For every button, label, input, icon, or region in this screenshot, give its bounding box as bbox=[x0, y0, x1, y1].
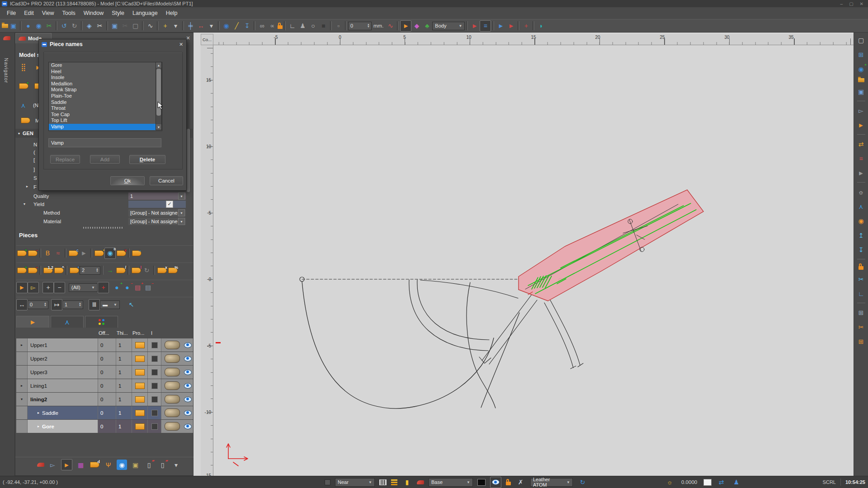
grid-icon[interactable]: ⊞ bbox=[856, 307, 866, 318]
point-remove-icon[interactable]: ●− bbox=[122, 282, 132, 293]
piece-outline-icon[interactable]: ▻ bbox=[856, 105, 866, 116]
menu-tools[interactable]: Tools bbox=[58, 9, 80, 18]
thickness-cell[interactable]: 1 bbox=[116, 352, 132, 365]
paint-bucket-icon[interactable]: ▮ bbox=[402, 477, 412, 488]
piece-name-item[interactable]: Saddle bbox=[49, 99, 162, 106]
scissors-x-icon[interactable]: ✂ bbox=[856, 274, 866, 284]
copy-icon[interactable]: ▣ bbox=[109, 21, 120, 31]
refresh-icon[interactable]: ↻ bbox=[577, 477, 588, 488]
black-swatch[interactable] bbox=[477, 479, 486, 486]
model-list-icon[interactable] bbox=[37, 463, 44, 467]
bulb-add-icon[interactable]: ◉+ bbox=[856, 64, 866, 74]
cancel-button[interactable]: Cancel bbox=[150, 176, 183, 185]
menu-view[interactable]: View bbox=[38, 9, 58, 18]
piece-eye-icon[interactable]: ◉ bbox=[856, 216, 866, 226]
teal-shoe-icon[interactable]: ◗ bbox=[536, 21, 546, 31]
piece-x-zero-icon[interactable]: x bbox=[116, 248, 127, 258]
edit-node-icon[interactable]: ◈ bbox=[84, 21, 94, 31]
piece-name-item[interactable]: Gore bbox=[49, 62, 162, 69]
piece-remove2-icon[interactable]: − bbox=[27, 265, 38, 276]
pieces-stack-icon[interactable]: ≡ bbox=[856, 153, 866, 164]
piece-name-item[interactable]: Medallion bbox=[49, 81, 162, 87]
panel-splitter[interactable] bbox=[83, 227, 124, 229]
offset-cell[interactable]: 0 bbox=[98, 393, 116, 406]
expander-icon[interactable]: ▸ bbox=[38, 411, 39, 415]
piece-bold-icon[interactable]: B bbox=[42, 248, 53, 258]
status-lock-icon[interactable] bbox=[506, 482, 511, 485]
piece-flip-icon[interactable]: ⇄ bbox=[856, 139, 866, 149]
filter-all-dropdown[interactable]: (All)▼ bbox=[69, 283, 98, 292]
red-piece-icon[interactable]: ► bbox=[469, 21, 480, 31]
visibility-toggle[interactable] bbox=[490, 477, 501, 488]
replace-button[interactable]: Replace bbox=[50, 155, 80, 164]
figure-eye-icon[interactable]: ⋏ bbox=[856, 201, 866, 211]
select-point-icon[interactable]: ◉ bbox=[33, 21, 44, 31]
row-expander[interactable] bbox=[16, 352, 27, 365]
pencil-icon[interactable]: ╱ bbox=[231, 21, 242, 31]
piece-gray-icon[interactable]: ► bbox=[856, 168, 866, 178]
user-icon[interactable]: ♟ bbox=[731, 477, 741, 488]
lock-open-icon[interactable] bbox=[859, 266, 863, 270]
center-icon[interactable]: ↦ bbox=[51, 299, 62, 310]
measure-add-icon[interactable]: ╪ bbox=[185, 21, 196, 31]
table-remove-icon[interactable]: ▤− bbox=[143, 282, 153, 293]
dialog-title-bar[interactable]: Piece names bbox=[39, 39, 186, 49]
dropdown-arrow[interactable]: ▼ bbox=[178, 209, 185, 216]
piece-eye-zero-icon[interactable]: ◉0 bbox=[104, 248, 116, 259]
visibility-eye-icon[interactable] bbox=[183, 338, 193, 352]
thickness-cell[interactable]: 1 bbox=[116, 393, 132, 406]
tab-colors[interactable] bbox=[85, 316, 118, 328]
shoe-image-icon[interactable]: ▦ bbox=[75, 460, 86, 470]
column-header[interactable]: Pro... bbox=[132, 330, 144, 336]
piece-name-cell[interactable]: ▸Saddle bbox=[27, 406, 98, 419]
piece-copy-icon[interactable]: c bbox=[68, 248, 79, 258]
piece-unlock-icon[interactable]: l bbox=[131, 265, 142, 276]
pin-icon[interactable]: ↧ bbox=[242, 21, 252, 31]
minimize-button[interactable]: – bbox=[840, 1, 843, 6]
table-row-gore[interactable]: ▸Gore01 bbox=[16, 420, 193, 433]
add-piece-red-icon[interactable]: + bbox=[521, 21, 531, 31]
piece-number-icon[interactable]: 1,2 bbox=[42, 265, 53, 276]
table-row-lining2[interactable]: ▾lining201 bbox=[16, 393, 193, 406]
material-thumbnail[interactable] bbox=[161, 420, 183, 433]
scroll-up-button[interactable]: ▲ bbox=[156, 62, 161, 68]
visibility-eye-icon[interactable] bbox=[183, 420, 193, 433]
piece-name-item[interactable]: Throat bbox=[49, 105, 162, 112]
width-spinner[interactable]: 0▲▼ bbox=[28, 300, 48, 309]
column-header[interactable]: Thi... bbox=[117, 330, 127, 336]
material-thumbnail[interactable] bbox=[161, 366, 183, 379]
pattern-drawing[interactable] bbox=[193, 33, 854, 476]
multibrush-icon[interactable]: ◆ bbox=[411, 21, 422, 31]
white-swatch[interactable] bbox=[703, 479, 712, 486]
piece-name-item[interactable]: Top Lift bbox=[49, 117, 162, 124]
profile-color-cell[interactable] bbox=[132, 366, 147, 379]
table-row-upper3[interactable]: Upper301 bbox=[16, 366, 193, 379]
cut-icon[interactable]: ✂ bbox=[120, 21, 130, 31]
visibility-eye-icon[interactable] bbox=[183, 406, 193, 419]
material-thumbnail[interactable] bbox=[161, 393, 183, 406]
row-expander[interactable] bbox=[16, 420, 27, 433]
pick-table-icon[interactable]: ↖ bbox=[126, 300, 137, 310]
piece-lock-icon[interactable]: • bbox=[94, 248, 104, 258]
row-expander[interactable]: ▸ bbox=[16, 379, 27, 392]
piece-name-item[interactable]: Heel bbox=[49, 69, 162, 75]
layout-icon[interactable]: ⊞ bbox=[856, 49, 866, 60]
table-row-lining1[interactable]: ▸Lining101 bbox=[16, 379, 193, 392]
visibility-eye-icon[interactable] bbox=[183, 352, 193, 365]
dimension-link-icon[interactable]: ↔ bbox=[196, 21, 206, 31]
piece-cut-icon[interactable]: ✂ bbox=[856, 322, 866, 332]
navigator-tab[interactable]: Navigator bbox=[4, 58, 9, 83]
undo-icon[interactable]: ↺ bbox=[59, 21, 69, 31]
paste-icon[interactable]: ▢ bbox=[130, 21, 141, 31]
save-icon[interactable]: ▣ bbox=[8, 21, 19, 31]
redo-icon[interactable]: ↻ bbox=[69, 21, 80, 31]
zoom-out-button[interactable]: − bbox=[54, 282, 65, 293]
dim-dropdown-arrow[interactable]: ▾ bbox=[206, 21, 217, 31]
thickness-cell[interactable]: 1 bbox=[116, 406, 132, 419]
piece-name-item[interactable]: Monk Strap bbox=[49, 87, 162, 93]
pieces-count-spinner[interactable]: 2▲▼ bbox=[80, 266, 100, 275]
profile-color-cell[interactable] bbox=[132, 393, 147, 406]
dialog-close-button[interactable]: ✕ bbox=[178, 41, 184, 48]
piece-edit-icon[interactable]: / bbox=[115, 265, 126, 276]
material-thumbnail[interactable] bbox=[161, 379, 183, 392]
